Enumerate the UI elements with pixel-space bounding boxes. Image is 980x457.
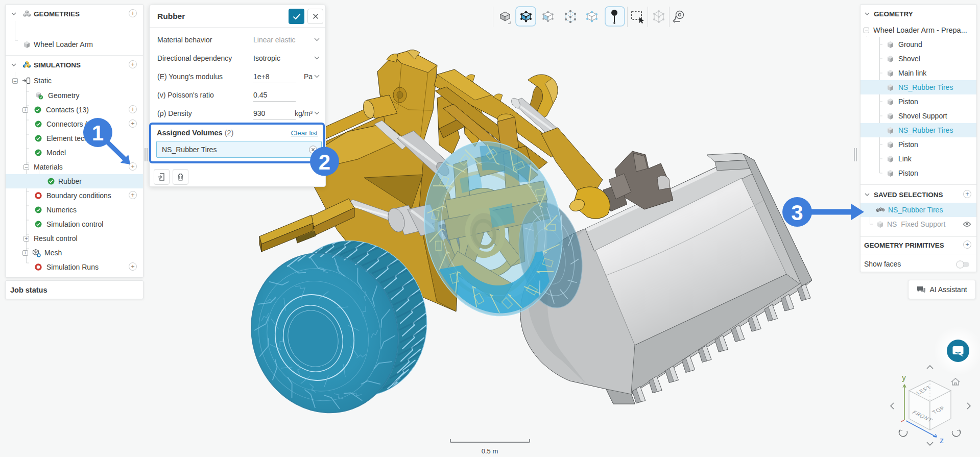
svg-text:0.5 m: 0.5 m [482, 447, 498, 455]
svg-text:z: z [940, 436, 944, 445]
svg-text:y: y [902, 373, 906, 382]
